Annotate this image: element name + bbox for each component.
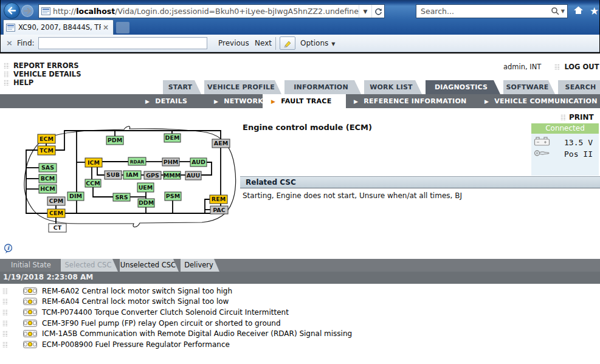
result-tab-delivery[interactable]: Delivery	[181, 259, 219, 272]
result-tab-unselected-csc[interactable]: Unselected CSC	[120, 259, 179, 272]
home-button[interactable]	[573, 5, 584, 18]
ecu-module-sub[interactable]: SUB	[105, 171, 122, 179]
find-label: Find:	[17, 39, 35, 47]
url-dropdown-button[interactable]: ▼	[359, 5, 371, 18]
ecu-module-aud[interactable]: AUD	[190, 158, 207, 167]
refresh-button[interactable]	[371, 5, 384, 18]
browser-tab[interactable]: XC90, 2007, B8444S, TF-80S... ×	[3, 19, 114, 35]
ecu-module-sas[interactable]: SAS	[39, 163, 57, 172]
ecu-module-ccm[interactable]: CCM	[85, 179, 101, 187]
header-link-vehicle-details[interactable]: VEHICLE DETAILS	[4, 70, 81, 78]
ecu-module-dim[interactable]: DIM	[67, 192, 84, 201]
ecu-module-icm[interactable]: ICM	[85, 158, 102, 167]
ecu-module-srs[interactable]: SRS	[113, 193, 130, 201]
new-tab-button[interactable]	[116, 22, 129, 33]
ecu-module-rdar[interactable]: RDAR	[128, 157, 146, 165]
grid-icon	[2, 320, 8, 326]
print-button[interactable]: PRINT	[560, 113, 594, 122]
dtc-row[interactable]: ICM-1A5B Communication with Remote Digit…	[0, 328, 600, 339]
logout-button[interactable]: LOG OUT	[564, 63, 599, 71]
search-input[interactable]: Search... ▼	[416, 4, 568, 18]
subtab-vehicle-communication[interactable]: ▶VEHICLE COMMUNICATION	[484, 94, 598, 108]
dtc-row[interactable]: REM-6A02 Central lock motor switch Signa…	[0, 286, 600, 297]
dtc-row[interactable]: ECM-P008900 Fuel Pressure Regulator Perf…	[0, 339, 600, 350]
search-icon[interactable]	[551, 7, 560, 16]
print-label: PRINT	[569, 113, 594, 122]
ecu-module-phm[interactable]: PHM	[162, 158, 179, 166]
ecu-module-psm[interactable]: PSM	[165, 192, 181, 201]
star-icon: ★	[590, 5, 599, 17]
svg-text:DDM: DDM	[139, 199, 154, 206]
ignition-key-icon	[534, 148, 552, 160]
find-options-button[interactable]: Options▼	[300, 39, 335, 47]
ecu-module-dem[interactable]: DEM	[164, 134, 181, 142]
ignition-position: Pos II	[564, 149, 593, 159]
dtc-row[interactable]: REM-6A04 Central lock motor switch Signa…	[0, 297, 600, 307]
find-close-icon[interactable]: ×	[6, 38, 13, 47]
grid-icon	[560, 114, 566, 120]
ecu-module-bcm[interactable]: BCM	[39, 174, 57, 183]
address-bar[interactable]: http://localhost/Vida/Login.do;jsessioni…	[38, 4, 385, 18]
network-wire	[205, 199, 210, 213]
svg-text:IAM: IAM	[126, 171, 138, 178]
tab-diagnostics[interactable]: DIAGNOSTICS	[426, 80, 500, 94]
ecu-module-aem[interactable]: AEM	[212, 139, 230, 148]
info-icon[interactable]: i	[4, 244, 13, 256]
tab-title: XC90, 2007, B8444S, TF-80S...	[18, 23, 101, 32]
forward-button[interactable]	[21, 5, 33, 17]
ecu-module-iam[interactable]: IAM	[123, 171, 141, 179]
tab-close-icon[interactable]: ×	[101, 23, 111, 32]
ecu-module-auu[interactable]: AUU	[185, 171, 201, 180]
dtc-text: REM-6A04 Central lock motor switch Signa…	[42, 297, 229, 306]
tab-software[interactable]: SOFTWARE	[503, 80, 555, 94]
subtab-fault-trace[interactable]: ▶FAULT TRACE	[263, 94, 346, 108]
ecu-module-mmm[interactable]: MMM	[164, 171, 181, 179]
tab-vehicle-profile[interactable]: VEHICLE PROFILE	[204, 80, 281, 94]
tab-work-list[interactable]: WORK LIST	[364, 80, 422, 94]
dtc-row[interactable]: CEM-3F90 Fuel pump (FP) relay Open circu…	[0, 318, 600, 329]
ecu-module-cem[interactable]: CEM	[47, 209, 65, 218]
dtc-text: CEM-3F90 Fuel pump (FP) relay Open circu…	[42, 319, 281, 328]
vehicle-network-diagram: ECMTCMSASBCMHCMCPMCEMCTDIMICMCCMPDMRDARS…	[6, 118, 237, 240]
ecu-module-ddm[interactable]: DDM	[138, 199, 154, 207]
result-tab-initial-state[interactable]: Initial State	[5, 259, 60, 272]
svg-text:TCM: TCM	[40, 147, 53, 154]
ecu-module-gps[interactable]: GPS	[144, 171, 161, 179]
related-csc-text: Starting, Engine does not start, Unsure …	[243, 191, 462, 200]
dtc-row[interactable]: TCM-P074400 Torque Converter Clutch Sole…	[0, 307, 600, 318]
traffic-light-icon	[23, 330, 37, 337]
tab-information[interactable]: INFORMATION	[284, 80, 361, 94]
back-button[interactable]	[4, 2, 20, 19]
find-input[interactable]	[38, 37, 207, 49]
tab-start[interactable]: START	[163, 80, 201, 94]
result-tab-bar: Initial StateSelected CSCUnselected CSCD…	[0, 259, 600, 272]
ecu-module-ecm[interactable]: ECM	[38, 134, 55, 143]
grid-icon	[2, 342, 8, 348]
find-previous-button[interactable]: Previous	[218, 39, 249, 47]
find-bar: × Find: Previous Next Options▼	[1, 35, 599, 52]
ecu-module-uem[interactable]: UEM	[137, 183, 154, 192]
header-link-label: VEHICLE DETAILS	[13, 70, 81, 78]
subtab-reference-information[interactable]: ▶REFERENCE INFORMATION	[354, 94, 467, 108]
grid-icon	[2, 331, 8, 337]
grid-icon	[554, 64, 560, 70]
tab-search[interactable]: SEARCH	[558, 80, 600, 94]
header-link-report-errors[interactable]: REPORT ERRORS	[4, 61, 81, 70]
ecu-module-tcm[interactable]: TCM	[38, 146, 55, 155]
ecu-module-cpm[interactable]: CPM	[47, 197, 65, 205]
forward-arrow-icon	[22, 5, 33, 16]
find-next-button[interactable]: Next	[255, 39, 272, 47]
ecu-module-hcm[interactable]: HCM	[39, 185, 57, 193]
highlight-all-button[interactable]	[280, 36, 295, 50]
ecu-module-ct[interactable]: CT	[49, 224, 66, 232]
subtab-details[interactable]: ▶DETAILS	[145, 94, 187, 108]
subtab-network[interactable]: ▶NETWORK	[214, 94, 263, 108]
dtc-text: ICM-1A5B Communication with Remote Digit…	[42, 329, 352, 338]
ecu-module-pdm[interactable]: PDM	[106, 136, 123, 145]
ecu-module-pac[interactable]: PAC	[210, 206, 228, 214]
svg-text:SAS: SAS	[41, 164, 54, 171]
ecu-module-rem[interactable]: REM	[210, 195, 227, 204]
highlighter-icon	[283, 38, 292, 48]
search-dropdown-icon[interactable]: ▼	[561, 9, 565, 14]
favorites-button[interactable]: ★	[590, 5, 599, 17]
